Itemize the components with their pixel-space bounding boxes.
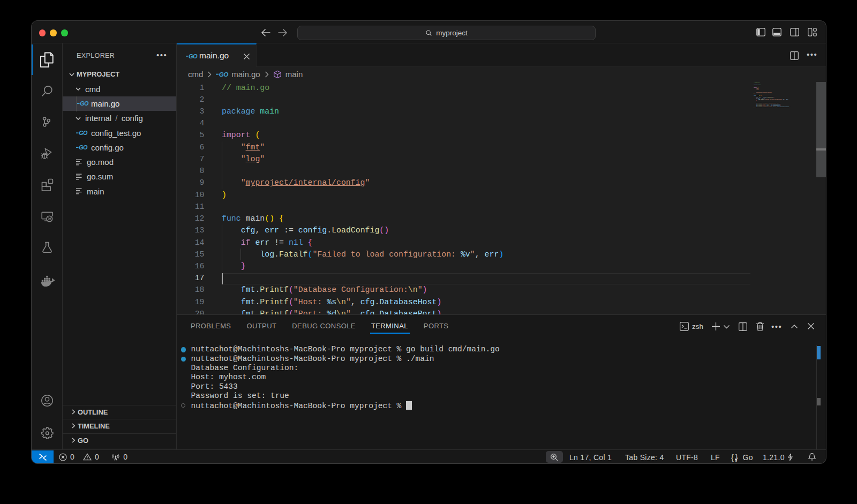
svg-text:GO: GO [79,145,88,151]
svg-text:GO: GO [79,130,88,136]
svg-text:GO: GO [219,71,228,78]
svg-text:GO: GO [80,101,89,107]
svg-text:GO: GO [189,53,198,59]
